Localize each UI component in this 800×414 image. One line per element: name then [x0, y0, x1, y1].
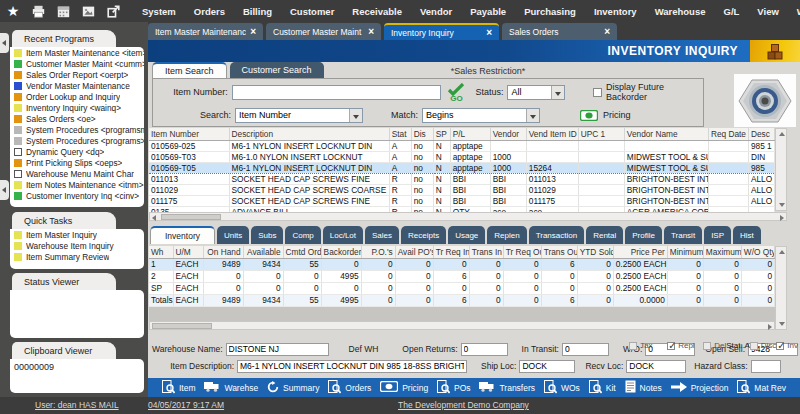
menu-item-purchasing[interactable]: Purchasing [516, 4, 584, 19]
window-tab-customer-master-maint[interactable]: Customer Master Maint [266, 23, 381, 40]
sidebar-item-inventory-inquiry-wainq[interactable]: Inventory Inquiry <wainq> [10, 102, 144, 113]
sidebar-item-sales-orders-oe[interactable]: Sales Orders <oe> [10, 113, 144, 124]
sidebar-item-print-picking-slips-oeps[interactable]: Print Picking Slips <oeps> [10, 157, 144, 168]
column-header-avail-po-s[interactable]: Avail PO's [395, 246, 433, 258]
item-grid-vertical-scrollbar[interactable] [775, 128, 787, 211]
column-header-trans-out[interactable]: Trans Out [541, 246, 577, 258]
column-header-desc[interactable]: Desc [748, 128, 774, 140]
toolbar-button-summary[interactable]: Summary [267, 381, 319, 395]
column-header-minimum[interactable]: Minimum [667, 246, 703, 258]
display-future-backorder-checkbox[interactable]: Display Future Backorder [593, 82, 703, 102]
tab-subs[interactable]: Subs [251, 226, 283, 244]
close-tab-icon[interactable] [604, 26, 610, 37]
sidebar-item-order-lookup-and-inquiry[interactable]: Order Lookup and Inquiry [10, 91, 144, 102]
pricing-button[interactable]: Pricing [580, 110, 631, 121]
menu-item-warehouse[interactable]: Warehouse [647, 4, 714, 19]
table-row[interactable]: 010569-T05M6-1 NYLON INSERT LOCKNUT DINA… [149, 162, 775, 173]
sidebar-item-warehouse-menu-maint-char[interactable]: Warehouse Menu Maint Char [10, 168, 144, 179]
column-header-p-o-s[interactable]: P.O.'s [361, 246, 395, 258]
item-number-input[interactable] [232, 85, 442, 100]
tab-transaction[interactable]: Transaction [529, 226, 585, 244]
favorites-icon[interactable]: ★ [6, 4, 20, 18]
toolbar-button-pricing[interactable]: Pricing [380, 381, 428, 394]
chevron-down-icon[interactable] [526, 109, 539, 122]
sidebar-item-vendor-master-maintenance[interactable]: Vendor Master Maintenance [10, 80, 144, 91]
scroll-right-icon[interactable] [780, 215, 784, 221]
hazard-class-input[interactable] [751, 360, 781, 373]
scrollbar-thumb[interactable] [161, 214, 221, 220]
sidebar-item-customer-master-maint-cumm[interactable]: Customer Master Maint <cumm> [10, 58, 144, 69]
table-row[interactable]: 011029SOCKET HEAD CAP SCREWS COARSERnoNB… [149, 184, 775, 195]
tab-profile[interactable]: Profile [625, 226, 662, 244]
table-row[interactable]: SPEACH000000000000.2500 EACH000 [149, 282, 775, 294]
warehouse-name-input[interactable] [226, 343, 329, 356]
toolbar-button-pos[interactable]: POs [437, 380, 471, 396]
ship-loc-input[interactable] [519, 360, 575, 373]
table-row[interactable]: 010569-T03M6-1.0 NYLON INSERT LOCKNUTAno… [149, 151, 775, 162]
scroll-right-icon[interactable] [768, 324, 772, 330]
column-header-wh[interactable]: Wh [149, 246, 173, 258]
column-header-w-o-qty[interactable]: W/O Qty [741, 246, 774, 258]
chevron-down-icon[interactable] [349, 109, 362, 122]
menu-item-vendor[interactable]: Vendor [412, 4, 460, 19]
toolbar-button-warehse[interactable]: Warehse [204, 381, 258, 394]
tab-transit[interactable]: Transit [664, 226, 702, 244]
table-row[interactable]: 2EACH000499500600000.2500 EACH000 [149, 270, 775, 282]
table-row[interactable]: 1EACH9489943455000000600.2500 EACH000 [149, 258, 775, 270]
table-row[interactable]: TotalsEACH9489943455499500600600.0000000 [149, 294, 775, 306]
company-link[interactable]: The Development Demo Company [398, 400, 529, 410]
tab-replen[interactable]: Replen [487, 226, 526, 244]
sidebar-item-dynamic-query-dq[interactable]: Dynamic Query <dq> [10, 146, 144, 157]
column-header-available[interactable]: Available [243, 246, 283, 258]
column-header-p-l[interactable]: P/L [450, 128, 490, 140]
table-row[interactable]: 011013SOCKET HEAD CAP SCREWS FINERnoNBBI… [149, 173, 775, 184]
scroll-left-icon[interactable] [152, 215, 156, 221]
column-header-item-number[interactable]: Item Number [149, 128, 229, 140]
column-header-req-date[interactable]: Req Date [708, 128, 748, 140]
table-row[interactable]: 011175SOCKET HEAD CAP SCREWS FINERnoNBBI… [149, 195, 775, 206]
tab-inventory[interactable]: Inventory [150, 226, 215, 244]
chevron-down-icon[interactable] [551, 86, 564, 99]
toolbar-button-mat-rev[interactable]: Mat Rev [737, 380, 786, 396]
search-by-select[interactable]: Item Number [235, 108, 363, 123]
toolbar-button-orders[interactable]: Orders [328, 380, 371, 396]
sidebar-item-warehouse-item-inquiry[interactable]: Warehouse Item Inquiry [10, 240, 144, 251]
menu-item-system[interactable]: System [134, 4, 184, 19]
toolbar-button-item[interactable]: Item [162, 380, 196, 396]
item-description-input[interactable] [237, 360, 467, 373]
sidebar-item-item-master-inquiry[interactable]: Item Master Inquiry [10, 229, 144, 240]
tab-units[interactable]: Units [217, 226, 249, 244]
screenshot-icon[interactable] [81, 4, 95, 18]
tab-receipts[interactable]: Receipts [401, 226, 446, 244]
menu-item-billing[interactable]: Billing [235, 4, 280, 19]
column-header-sp[interactable]: SP [433, 128, 450, 140]
open-returns-input[interactable] [461, 343, 508, 356]
column-header-vend-item-id[interactable]: Vend Item ID [526, 128, 578, 140]
toolbar-button-notes[interactable]: Notes [625, 380, 662, 395]
tab-loc-lot[interactable]: Loc/Lot [323, 226, 363, 244]
flag-disc[interactable]: Disc [750, 340, 777, 351]
toolbar-button-kit[interactable]: Kit [589, 380, 616, 396]
print-icon[interactable] [31, 4, 45, 18]
recv-loc-input[interactable] [626, 360, 686, 373]
column-header-tr-req-out[interactable]: Tr Req Out [503, 246, 541, 258]
close-tab-icon[interactable] [486, 27, 492, 38]
scrollbar-thumb[interactable] [152, 323, 212, 329]
column-header-maximum[interactable]: Maximum [703, 246, 741, 258]
column-header-cmtd-ord[interactable]: Cmtd Ord [283, 246, 321, 258]
tab-usage[interactable]: Usage [448, 226, 485, 244]
in-transit-input[interactable] [562, 343, 609, 356]
sidebar-item-item-master-maintenance-item[interactable]: Item Master Maintenance <item> [10, 47, 144, 58]
sidebar-item-system-procedures-programs[interactable]: System Procedures <programs> [10, 135, 144, 146]
sidebar-collapse-icon[interactable] [0, 180, 9, 200]
menu-item-receivable[interactable]: Receivable [344, 4, 410, 19]
column-header-tr-req-in[interactable]: Tr Req In [433, 246, 469, 258]
menu-item-view[interactable]: View [749, 4, 786, 19]
inventory-grid-horizontal-scrollbar[interactable] [149, 321, 775, 330]
toolbar-button-wos[interactable]: WOs [544, 380, 580, 396]
match-select[interactable]: Begins [422, 108, 540, 123]
menu-item-customer[interactable]: Customer [282, 4, 342, 19]
menu-item-payable[interactable]: Payable [462, 4, 514, 19]
column-header-vendor[interactable]: Vendor [490, 128, 526, 140]
column-header-vendor-name[interactable]: Vendor Name [624, 128, 708, 140]
